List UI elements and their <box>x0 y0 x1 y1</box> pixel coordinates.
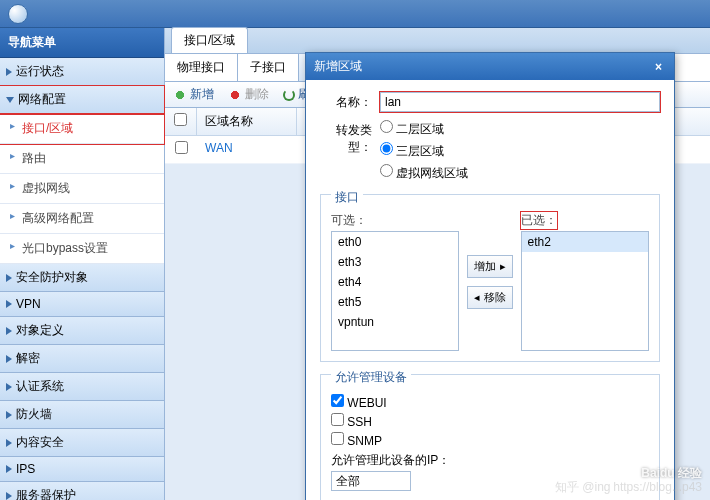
chevron-right-icon <box>6 355 12 363</box>
fwd-radio-option[interactable]: 三层区域 <box>380 142 468 160</box>
nav-item[interactable]: IPS <box>0 457 164 482</box>
mgmt-checkbox[interactable]: SNMP <box>331 432 649 448</box>
chevron-right-icon <box>6 492 12 500</box>
mgmt-ip-label: 允许管理此设备的IP： <box>331 452 649 469</box>
sub-tab[interactable]: 物理接口 <box>165 54 238 81</box>
fwd-radio-group: 二层区域 三层区域 虚拟网线区域 <box>380 120 468 186</box>
list-item[interactable]: eth2 <box>522 232 648 252</box>
interface-legend: 接口 <box>331 189 363 206</box>
list-item[interactable]: eth0 <box>332 232 458 252</box>
nav-sidebar: 导航菜单 运行状态网络配置接口/区域路由虚拟网线高级网络配置光口bypass设置… <box>0 28 165 500</box>
chevron-down-icon <box>6 97 14 103</box>
chevron-right-icon <box>6 300 12 308</box>
col-name-header: 区域名称 <box>197 108 297 135</box>
nav-item[interactable]: 服务器保护 <box>0 482 164 500</box>
add-icon <box>173 88 187 102</box>
mgmt-checkbox[interactable]: SSH <box>331 413 649 429</box>
dialog-titlebar: 新增区域 × <box>306 53 674 80</box>
refresh-icon <box>283 89 295 101</box>
chevron-right-icon <box>6 411 12 419</box>
mgmt-checkbox[interactable]: WEBUI <box>331 394 649 410</box>
nav-item[interactable]: 对象定义 <box>0 317 164 345</box>
fwd-radio-option[interactable]: 二层区域 <box>380 120 468 138</box>
chevron-right-icon <box>6 383 12 391</box>
name-input[interactable] <box>380 92 660 112</box>
main-tab-strip: 接口/区域 <box>165 28 710 54</box>
list-item[interactable]: eth5 <box>332 292 458 312</box>
nav-item[interactable]: 解密 <box>0 345 164 373</box>
nav-item[interactable]: 防火墙 <box>0 401 164 429</box>
nav-subitem[interactable]: 虚拟网线 <box>0 174 164 204</box>
list-item[interactable]: vpntun <box>332 312 458 332</box>
move-right-button[interactable]: 增加 ▸ <box>467 255 512 278</box>
mgmt-ip-input[interactable] <box>331 471 411 491</box>
window-titlebar <box>0 0 710 28</box>
chevron-right-icon <box>6 465 12 473</box>
nav-subitem[interactable]: 路由 <box>0 144 164 174</box>
name-label: 名称： <box>320 92 380 111</box>
new-zone-dialog: 新增区域 × 名称： 转发类型： 二层区域 三层区域 虚拟网线区域 接口 可选： <box>305 52 675 500</box>
selected-listbox[interactable]: eth2 <box>521 231 649 351</box>
mgmt-fieldset: 允许管理设备 WEBUI SSH SNMP 允许管理此设备的IP： <box>320 374 660 500</box>
main-content: 接口/区域 物理接口子接口区域 新增 删除 刷新 区域名称 区域 WAN三层 新… <box>165 28 710 500</box>
row-checkbox[interactable] <box>175 141 188 154</box>
sub-tab[interactable]: 子接口 <box>238 54 299 81</box>
nav-item[interactable]: 网络配置 <box>0 86 164 114</box>
nav-item[interactable]: 认证系统 <box>0 373 164 401</box>
dialog-title: 新增区域 <box>314 58 362 75</box>
chevron-right-icon <box>6 327 12 335</box>
nav-item[interactable]: 安全防护对象 <box>0 264 164 292</box>
chevron-right-icon <box>6 439 12 447</box>
move-left-button[interactable]: ◂ 移除 <box>467 286 512 309</box>
app-logo-icon <box>8 4 28 24</box>
close-icon[interactable]: × <box>651 60 666 74</box>
delete-button[interactable]: 删除 <box>228 86 269 103</box>
list-item[interactable]: eth4 <box>332 272 458 292</box>
add-button[interactable]: 新增 <box>173 86 214 103</box>
nav-subitem[interactable]: 接口/区域 <box>0 114 164 144</box>
select-all-checkbox[interactable] <box>174 113 187 126</box>
avail-label: 可选： <box>331 212 459 229</box>
list-item[interactable]: eth3 <box>332 252 458 272</box>
nav-item[interactable]: 内容安全 <box>0 429 164 457</box>
nav-item[interactable]: 运行状态 <box>0 58 164 86</box>
delete-icon <box>228 88 242 102</box>
mgmt-legend: 允许管理设备 <box>331 369 411 386</box>
nav-title: 导航菜单 <box>0 28 164 58</box>
interface-fieldset: 接口 可选： eth0eth3eth4eth5vpntun 增加 ▸ ◂ 移除 … <box>320 194 660 362</box>
fwd-radio-option[interactable]: 虚拟网线区域 <box>380 164 468 182</box>
nav-subitem[interactable]: 光口bypass设置 <box>0 234 164 264</box>
chevron-right-icon <box>6 274 12 282</box>
tab-interface-zone[interactable]: 接口/区域 <box>171 27 248 53</box>
selected-label: 已选： <box>521 212 557 229</box>
nav-subitem[interactable]: 高级网络配置 <box>0 204 164 234</box>
available-listbox[interactable]: eth0eth3eth4eth5vpntun <box>331 231 459 351</box>
fwd-label: 转发类型： <box>320 120 380 156</box>
chevron-right-icon <box>6 68 12 76</box>
nav-item[interactable]: VPN <box>0 292 164 317</box>
